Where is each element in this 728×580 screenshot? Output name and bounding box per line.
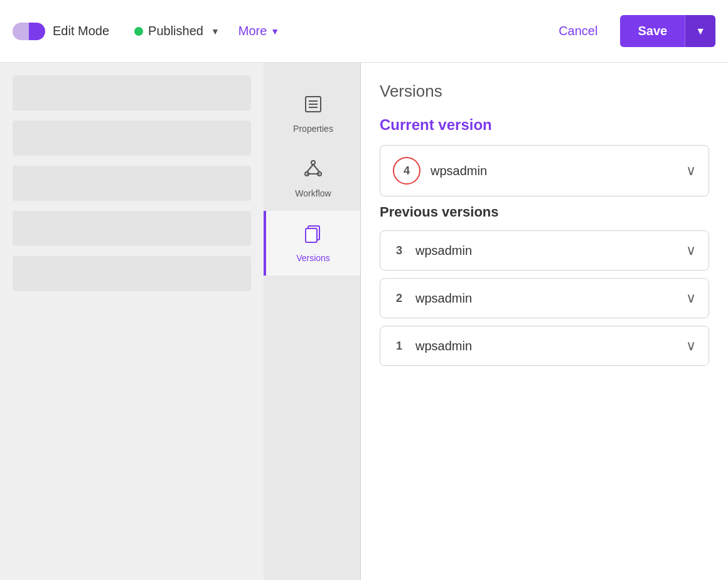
svg-line-11 (313, 164, 319, 172)
main-content: Properties Workflow (0, 63, 728, 580)
previous-version-item-2[interactable]: 2 wpsadmin ∨ (380, 278, 709, 318)
version-2-number: 2 (393, 292, 405, 305)
versions-panel: Versions Current version 4 wpsadmin ∨ Pr… (361, 63, 728, 580)
svg-rect-14 (306, 228, 317, 242)
versions-icon (303, 223, 323, 248)
workflow-icon (303, 159, 323, 183)
toolbar: Edit Mode Published ▼ More ▼ Cancel Save… (0, 0, 728, 63)
toggle-knob (29, 24, 43, 38)
published-status-dot (134, 27, 143, 36)
version-2-chevron-icon: ∨ (686, 290, 696, 306)
edit-mode-toggle[interactable] (13, 23, 45, 40)
content-block (13, 75, 251, 110)
list-icon (303, 94, 323, 119)
more-label: More (238, 24, 267, 38)
save-button[interactable]: Save (620, 15, 685, 47)
sidebar-item-workflow[interactable]: Workflow (264, 146, 360, 211)
current-version-user: wpsadmin (431, 164, 686, 178)
content-block (13, 211, 251, 246)
published-label: Published (148, 24, 203, 38)
svg-point-7 (311, 161, 315, 164)
version-3-user: wpsadmin (415, 244, 686, 258)
current-version-chevron-icon: ∨ (686, 163, 696, 179)
save-group: Save ▼ (620, 15, 715, 47)
sidebar-item-properties[interactable]: Properties (264, 82, 360, 146)
svg-line-10 (307, 164, 313, 172)
sidebar-item-properties-label: Properties (293, 124, 333, 134)
version-3-number: 3 (393, 244, 405, 257)
sidebar: Properties Workflow (264, 63, 361, 580)
cancel-button[interactable]: Cancel (549, 18, 608, 45)
sidebar-item-workflow-label: Workflow (295, 188, 331, 198)
current-version-number-circle: 4 (393, 157, 420, 185)
previous-version-item-1[interactable]: 1 wpsadmin ∨ (380, 326, 709, 366)
version-1-chevron-icon: ∨ (686, 338, 696, 354)
published-group[interactable]: Published ▼ (134, 24, 220, 38)
current-version-item[interactable]: 4 wpsadmin ∨ (380, 145, 709, 196)
content-block (13, 121, 251, 156)
version-1-user: wpsadmin (415, 339, 686, 353)
content-block (13, 256, 251, 291)
panel-title: Versions (380, 82, 709, 101)
published-dropdown-arrow: ▼ (211, 26, 220, 36)
left-content-area (0, 63, 264, 580)
version-3-chevron-icon: ∨ (686, 242, 696, 259)
version-2-user: wpsadmin (415, 291, 686, 306)
sidebar-item-versions-label: Versions (296, 253, 330, 263)
content-block (13, 166, 251, 201)
edit-mode-group: Edit Mode (13, 23, 109, 40)
current-version-title: Current version (380, 116, 709, 134)
sidebar-item-versions[interactable]: Versions (264, 211, 360, 276)
more-dropdown-arrow: ▼ (270, 26, 279, 36)
edit-mode-label: Edit Mode (53, 24, 109, 38)
save-dropdown-button[interactable]: ▼ (685, 15, 715, 47)
previous-versions-title: Previous versions (380, 204, 709, 220)
previous-version-item-3[interactable]: 3 wpsadmin ∨ (380, 230, 709, 271)
more-group[interactable]: More ▼ (238, 24, 279, 38)
version-1-number: 1 (393, 340, 405, 353)
